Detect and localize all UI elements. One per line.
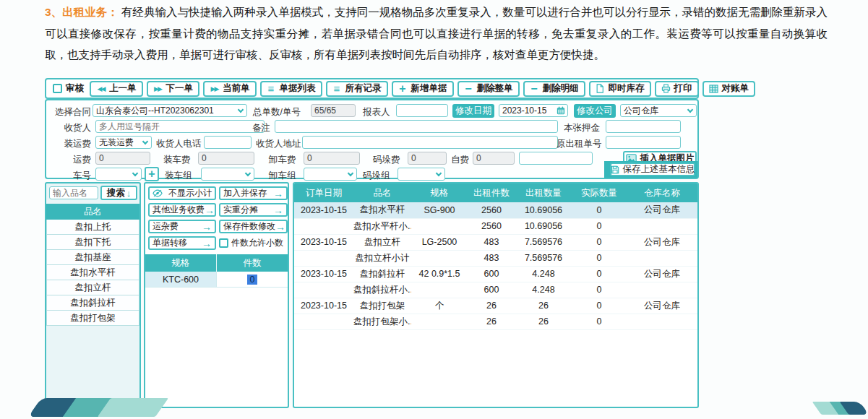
- vehicle-select[interactable]: [95, 168, 142, 181]
- minus-icon: −: [464, 85, 473, 92]
- product-item[interactable]: 盘扣斜拉杆: [46, 295, 139, 311]
- loading-fee-field[interactable]: [198, 152, 254, 165]
- button-label: 单据转移: [152, 237, 187, 249]
- reporter-field[interactable]: [396, 104, 448, 117]
- total-count-field[interactable]: [311, 104, 356, 117]
- delete-order-button[interactable]: −删除整单: [457, 81, 520, 97]
- current-order-button[interactable]: ▶▶当前单: [203, 81, 257, 97]
- chevron-down-icon: [238, 107, 244, 113]
- phone-field[interactable]: [204, 136, 252, 149]
- button-label: 搜索: [107, 187, 125, 199]
- phone-label: 收货人电话: [156, 137, 204, 150]
- button-label: 保存件数修改: [223, 220, 275, 233]
- app-canvas: 3、出租业务： 有经典输入与快捷输入两种录入单据模式，支持同一规格物品多次重复录…: [0, 0, 868, 419]
- loading-group-select[interactable]: [201, 168, 254, 181]
- audit-checkbox[interactable]: [53, 84, 62, 93]
- prev-order-button[interactable]: ◀◀上一单: [90, 81, 143, 97]
- unloading-fee-field[interactable]: [304, 152, 360, 165]
- address-field[interactable]: [302, 136, 558, 149]
- remark-field[interactable]: [275, 120, 558, 133]
- table-subtotal-row[interactable]: 盘扣水平杆小...256010.690560: [294, 218, 697, 234]
- table-subtotal-row[interactable]: 盘扣立杆小计4837.5695760: [294, 250, 697, 266]
- table-cell: 10.69056: [515, 202, 572, 218]
- button-label: 加入并保存: [223, 187, 267, 199]
- self-fee-field[interactable]: [473, 152, 515, 165]
- table-subtotal-row[interactable]: 盘扣斜拉杆小...6004.2480: [294, 282, 697, 298]
- stacking-fee-field[interactable]: [408, 152, 447, 165]
- table-row[interactable]: 2023-10-15盘扣打包架个26260公司仓库: [294, 298, 697, 314]
- chevron-down-icon: [245, 170, 251, 176]
- product-search-input[interactable]: [49, 186, 98, 199]
- table-cell: 盘扣水平杆小...: [353, 218, 411, 234]
- all-records-button[interactable]: ≡所有记录: [326, 81, 388, 97]
- table-row[interactable]: 2023-10-15盘扣水平杆SG-900256010.690560公司仓库: [294, 202, 697, 218]
- intro-body: 有经典输入与快捷输入两种录入单据模式，支持同一规格物品多次重复录入，数量可以进行…: [45, 6, 828, 61]
- table-cell: 0: [572, 218, 627, 234]
- statement-button[interactable]: 对账单: [702, 81, 756, 97]
- delete-detail-button[interactable]: −删除明细: [523, 81, 585, 97]
- freight-field[interactable]: [95, 152, 150, 165]
- product-item[interactable]: 盘扣上托: [46, 220, 139, 235]
- table-cell: 42 0.9*1.5: [411, 266, 468, 282]
- other-fee-button[interactable]: 其他业务收费→: [148, 203, 216, 217]
- save-basic-info-button[interactable]: 保存上述基本信息: [610, 163, 695, 176]
- spec-table-header: 规格 件数: [145, 254, 288, 272]
- product-item[interactable]: 盘扣水平杆: [46, 265, 139, 280]
- button-label: 单据列表: [280, 82, 316, 95]
- table-subtotal-row[interactable]: 盘扣打包架小...26260: [294, 314, 697, 329]
- weight-share-button[interactable]: 实重分摊→: [219, 203, 288, 217]
- deposit-field[interactable]: [606, 120, 681, 133]
- table-row[interactable]: 2023-10-15盘扣立杆LG-25004837.5695760公司仓库: [294, 234, 697, 250]
- button-label: 对账单: [722, 82, 749, 95]
- stacking-group-select[interactable]: [398, 168, 445, 181]
- next-order-button[interactable]: ▶▶下一单: [147, 81, 200, 97]
- column-header: 实际数量: [572, 183, 627, 202]
- table-cell: 2023-10-15: [294, 298, 353, 314]
- misc-fee-button[interactable]: 运杂费→: [148, 220, 216, 233]
- add-vehicle-button[interactable]: +: [145, 167, 159, 181]
- minus-icon: −: [530, 85, 539, 92]
- transfer-order-button[interactable]: 单据转移→: [148, 236, 216, 250]
- original-bill-field[interactable]: [606, 136, 681, 149]
- search-button[interactable]: 搜索 ↓: [100, 186, 137, 200]
- add-order-button[interactable]: +新增单据: [392, 81, 454, 97]
- table-row[interactable]: 2023-10-15盘扣斜拉杆42 0.9*1.56004.2480公司仓库: [294, 266, 697, 282]
- qty-cell[interactable]: 0: [217, 272, 288, 287]
- contract-label: 选择合同: [51, 105, 91, 118]
- product-item[interactable]: 盘扣打包架: [46, 311, 139, 326]
- product-item[interactable]: 盘扣立杆: [46, 280, 139, 295]
- extra-field[interactable]: [519, 152, 593, 165]
- arrow-right-icon: →: [273, 207, 283, 214]
- decimal-checkbox-row[interactable]: 件数允许小数: [219, 237, 283, 249]
- save-qty-edit-button[interactable]: 保存件数修改→: [219, 220, 288, 233]
- product-item[interactable]: 盘扣基座: [46, 250, 139, 265]
- unloading-fee-label: 卸车费: [269, 153, 301, 166]
- instant-stock-button[interactable]: 即时库存: [589, 81, 651, 97]
- product-item[interactable]: 盘扣下托: [46, 235, 139, 250]
- audit-checkbox-row[interactable]: 审核: [53, 82, 84, 95]
- table-cell: 0: [572, 266, 627, 282]
- chevron-down-icon: [348, 170, 353, 176]
- modify-date-button[interactable]: 修改日期: [452, 104, 494, 118]
- contract-select[interactable]: 山东合泰公司--HT2023062301: [93, 104, 247, 117]
- column-header: 出租数量: [515, 183, 572, 202]
- remark-label: 备注: [250, 121, 270, 134]
- arrow-right-icon: →: [275, 223, 285, 230]
- date-field[interactable]: 2023-10-15: [499, 104, 568, 117]
- arrow-right-icon: →: [202, 223, 212, 230]
- receiver-field[interactable]: [95, 120, 265, 133]
- spec-table-row[interactable]: KTC-600 0: [145, 272, 288, 288]
- hide-subtotal-button[interactable]: 不显示小计: [148, 186, 216, 200]
- add-and-save-button[interactable]: 加入并保存→: [219, 186, 288, 200]
- order-list-button[interactable]: ≡单据列表: [260, 81, 322, 97]
- table-cell: 2560: [468, 202, 515, 218]
- table-cell: 26: [515, 314, 572, 329]
- button-label: 上一单: [109, 82, 137, 95]
- decimal-checkbox[interactable]: [219, 238, 228, 248]
- print-button[interactable]: 打印: [655, 81, 699, 97]
- warehouse-select[interactable]: 公司仓库: [620, 104, 697, 117]
- unloading-group-select[interactable]: [304, 168, 357, 181]
- loading-fee-label: 装车费: [163, 153, 195, 166]
- modify-company-button[interactable]: 修改公司: [574, 104, 616, 118]
- shipping-fee-select[interactable]: 无装运费: [95, 136, 152, 149]
